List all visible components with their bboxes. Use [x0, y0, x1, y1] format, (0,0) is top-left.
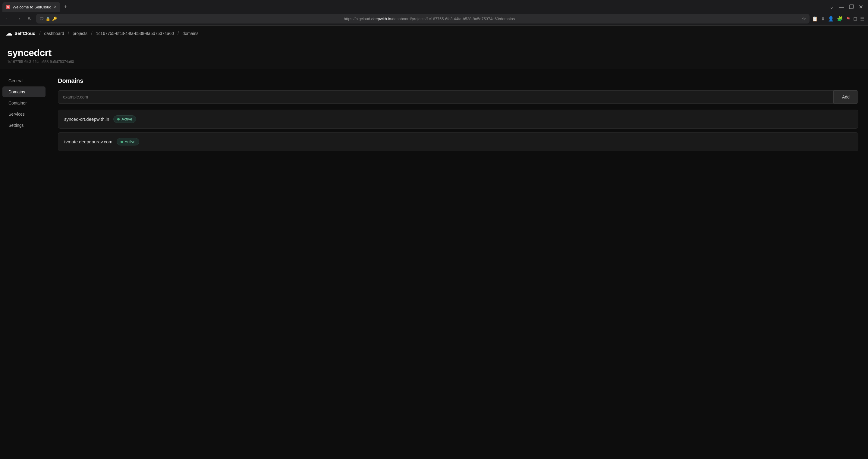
back-button[interactable]: ← — [4, 14, 12, 23]
breadcrumb-project-id[interactable]: 1c167755-6fc3-44fa-b538-9a5d75374a60 — [96, 31, 174, 36]
breadcrumb-projects[interactable]: projects — [73, 31, 87, 36]
download-icon[interactable]: ⬇ — [821, 16, 825, 22]
breadcrumb-domains: domains — [182, 31, 198, 36]
add-domain-button[interactable]: Add — [833, 90, 858, 104]
url-path: /dashboard/projects/1c167755-6fc3-44fa-b… — [391, 17, 515, 21]
breadcrumb-sep-2: / — [68, 31, 69, 36]
active-badge-1: Active — [113, 116, 136, 123]
new-tab-button[interactable]: + — [61, 3, 70, 11]
sidebar-label-services: Services — [8, 112, 25, 117]
shield-icon: 🛡 — [40, 17, 44, 21]
domain-card-2[interactable]: tvmate.deepgaurav.com Active — [58, 132, 858, 151]
tab-favicon: S — [6, 5, 10, 9]
domain-name-1: synced-crt.deepwith.in — [64, 117, 109, 122]
url-text: https://bigcloud.deepwith.in/dashboard/p… — [59, 17, 799, 21]
sidebar: General Domains Container Services Setti… — [0, 69, 48, 163]
breadcrumb-sep-4: / — [178, 31, 179, 36]
tab-close-button[interactable]: × — [54, 4, 56, 9]
app-header: ☁ SelfCloud / dashboard / projects / 1c1… — [0, 26, 868, 41]
sidebar-item-general[interactable]: General — [2, 75, 45, 86]
project-header: syncedcrt 1c167755-6fc3-44fa-b538-9a5d75… — [0, 41, 868, 69]
active-dot-2 — [121, 141, 123, 143]
nav-bar: ← → ↻ 🛡 🔒 🔑 https://bigcloud.deepwith.in… — [0, 12, 868, 25]
lock-icon: 🔒 — [45, 17, 50, 21]
selfcloud-name: SelfCloud — [14, 31, 36, 36]
sidebar-label-container: Container — [8, 101, 27, 105]
cloud-icon: ☁ — [6, 30, 12, 37]
minimize-button[interactable]: — — [839, 4, 844, 10]
sidebar-label-general: General — [8, 78, 24, 83]
extensions-icon[interactable]: 🧩 — [837, 16, 843, 22]
sidebar-item-settings[interactable]: Settings — [2, 120, 45, 131]
menu-icon[interactable]: ☰ — [860, 16, 864, 22]
star-icon[interactable]: ☆ — [802, 16, 806, 22]
key-icon: 🔑 — [52, 17, 57, 21]
url-prefix: https://bigcloud. — [344, 17, 371, 21]
section-title: Domains — [58, 77, 858, 84]
close-button[interactable]: ✕ — [859, 4, 863, 10]
browser-toolbar: 📋 ⬇ 👤 🧩 ⚑ ⊟ ☰ — [812, 16, 864, 22]
active-label-1: Active — [121, 117, 132, 121]
forward-button[interactable]: → — [14, 14, 23, 23]
pocket-icon[interactable]: 📋 — [812, 16, 818, 22]
main-content: Domains Add synced-crt.deepwith.in Activ… — [48, 69, 868, 163]
address-bar[interactable]: 🛡 🔒 🔑 https://bigcloud.deepwith.in/dashb… — [36, 14, 809, 24]
breadcrumb-sep-1: / — [39, 31, 40, 36]
tab-bar: S Welcome to SelfCloud × + ⌄ — ❐ ✕ — [0, 0, 868, 12]
maximize-button[interactable]: ❐ — [849, 4, 854, 10]
sidebar-label-domains: Domains — [8, 90, 25, 94]
sidebar-item-container[interactable]: Container — [2, 98, 45, 108]
breadcrumb-dashboard[interactable]: dashboard — [44, 31, 64, 36]
active-tab[interactable]: S Welcome to SelfCloud × — [2, 2, 60, 12]
domain-card-1[interactable]: synced-crt.deepwith.in Active — [58, 110, 858, 129]
breadcrumb-sep-3: / — [91, 31, 92, 36]
active-badge-2: Active — [117, 138, 139, 145]
active-dot-1 — [117, 118, 120, 121]
content-wrapper: General Domains Container Services Setti… — [0, 69, 868, 163]
selfcloud-logo[interactable]: ☁ SelfCloud — [6, 30, 36, 37]
domain-input[interactable] — [58, 90, 833, 104]
project-id: 1c167755-6fc3-44fa-b538-9a5d75374a60 — [7, 60, 861, 69]
project-name: syncedcrt — [7, 47, 861, 59]
security-icons: 🛡 🔒 🔑 — [40, 17, 57, 21]
dropdown-button[interactable]: ⌄ — [830, 4, 834, 10]
sidebar-label-settings: Settings — [8, 123, 24, 128]
domain-input-row: Add — [58, 90, 858, 104]
active-label-2: Active — [125, 139, 135, 144]
url-domain: deepwith.in — [371, 17, 391, 21]
tab-title: Welcome to SelfCloud — [13, 5, 51, 9]
sidebar-item-domains[interactable]: Domains — [2, 87, 45, 97]
sidebar-toggle-icon[interactable]: ⊟ — [853, 16, 857, 22]
browser-chrome: S Welcome to SelfCloud × + ⌄ — ❐ ✕ ← → ↻… — [0, 0, 868, 26]
profile-icon[interactable]: 👤 — [828, 16, 834, 22]
notification-icon[interactable]: ⚑ — [846, 16, 850, 22]
window-controls: ⌄ — ❐ ✕ — [830, 4, 866, 10]
refresh-button[interactable]: ↻ — [25, 14, 34, 23]
domain-name-2: tvmate.deepgaurav.com — [64, 139, 113, 144]
sidebar-item-services[interactable]: Services — [2, 109, 45, 120]
